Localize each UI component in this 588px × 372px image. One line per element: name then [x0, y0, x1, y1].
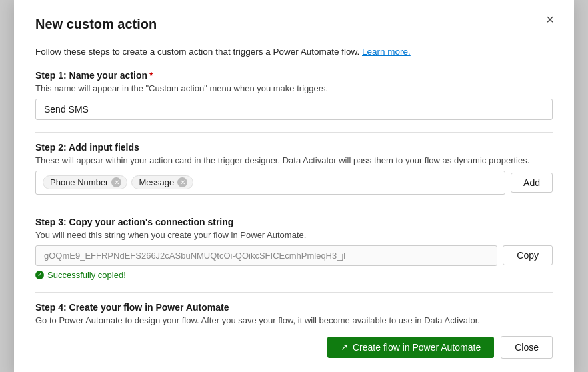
add-tag-button[interactable]: Add	[511, 173, 553, 193]
tag-phone-number-label: Phone Number	[50, 177, 108, 187]
step4-label: Step 4: Create your flow in Power Automa…	[35, 302, 553, 313]
connection-string-input[interactable]	[35, 245, 497, 266]
step2-description: These will appear within your action car…	[35, 155, 553, 165]
connection-row: Copy	[35, 245, 553, 266]
tag-message: Message ✕	[131, 175, 193, 189]
success-message: ✓ Successfully copied!	[35, 270, 553, 280]
modal-title: New custom action	[35, 17, 157, 32]
external-link-icon: ↗	[341, 342, 348, 352]
step2-section: Step 2: Add input fields These will appe…	[35, 142, 553, 195]
step4-section: Step 4: Create your flow in Power Automa…	[35, 302, 553, 325]
create-flow-button[interactable]: ↗ Create flow in Power Automate	[327, 337, 494, 358]
divider-3	[35, 292, 553, 293]
divider-2	[35, 207, 553, 207]
step3-description: You will need this string when you creat…	[35, 230, 553, 240]
modal-header: New custom action ×	[35, 17, 553, 39]
step3-label: Step 3: Copy your action's connection st…	[35, 217, 553, 227]
success-text: Successfully copied!	[47, 270, 126, 280]
step1-description: This name will appear in the "Custom act…	[35, 83, 553, 93]
close-icon-button[interactable]: ×	[542, 11, 558, 27]
step1-label: Step 1: Name your action*	[35, 70, 553, 81]
step1-section: Step 1: Name your action* This name will…	[35, 70, 553, 120]
modal-container: New custom action × Follow these steps t…	[14, 0, 574, 372]
modal-overlay: New custom action × Follow these steps t…	[0, 0, 588, 372]
step4-description: Go to Power Automate to design your flow…	[35, 315, 553, 325]
tag-message-close[interactable]: ✕	[177, 177, 187, 187]
create-flow-label: Create flow in Power Automate	[353, 342, 481, 353]
close-footer-button[interactable]: Close	[501, 336, 553, 359]
divider-1	[35, 132, 553, 133]
copy-button[interactable]: Copy	[503, 245, 553, 265]
step2-label: Step 2: Add input fields	[35, 142, 553, 153]
tag-phone-number: Phone Number ✕	[43, 175, 127, 189]
tags-row: Phone Number ✕ Message ✕ Add	[35, 171, 553, 195]
modal-footer: ↗ Create flow in Power Automate Close	[35, 332, 553, 359]
intro-text: Follow these steps to create a custom ac…	[35, 47, 553, 57]
tag-phone-number-close[interactable]: ✕	[111, 177, 121, 187]
tag-message-label: Message	[139, 177, 174, 187]
success-icon: ✓	[35, 271, 44, 279]
required-star: *	[149, 70, 153, 81]
tags-input-area[interactable]: Phone Number ✕ Message ✕	[35, 171, 505, 195]
learn-more-link[interactable]: Learn more.	[362, 47, 411, 57]
step3-section: Step 3: Copy your action's connection st…	[35, 217, 553, 280]
action-name-input[interactable]	[35, 99, 553, 120]
